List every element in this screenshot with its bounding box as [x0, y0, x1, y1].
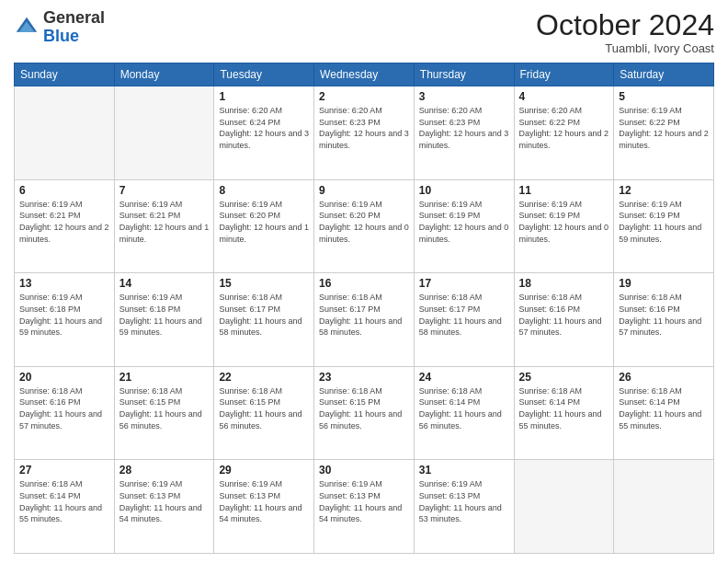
day-info: Sunrise: 6:18 AM Sunset: 6:17 PM Dayligh…: [219, 292, 309, 338]
calendar-cell: 10Sunrise: 6:19 AM Sunset: 6:19 PM Dayli…: [414, 179, 514, 273]
calendar-cell: 22Sunrise: 6:18 AM Sunset: 6:15 PM Dayli…: [214, 366, 314, 460]
week-row: 20Sunrise: 6:18 AM Sunset: 6:16 PM Dayli…: [15, 366, 714, 460]
day-info: Sunrise: 6:18 AM Sunset: 6:15 PM Dayligh…: [319, 385, 409, 431]
day-info: Sunrise: 6:18 AM Sunset: 6:14 PM Dayligh…: [519, 385, 609, 431]
calendar-cell: 2Sunrise: 6:20 AM Sunset: 6:23 PM Daylig…: [314, 86, 415, 180]
calendar-cell: [514, 460, 614, 554]
day-number: 26: [619, 371, 709, 384]
day-number: 27: [19, 464, 109, 477]
day-info: Sunrise: 6:20 AM Sunset: 6:23 PM Dayligh…: [419, 105, 509, 151]
day-number: 18: [519, 277, 609, 290]
calendar-cell: 8Sunrise: 6:19 AM Sunset: 6:20 PM Daylig…: [214, 179, 314, 273]
day-info: Sunrise: 6:18 AM Sunset: 6:15 PM Dayligh…: [219, 385, 309, 431]
day-info: Sunrise: 6:19 AM Sunset: 6:21 PM Dayligh…: [119, 199, 210, 245]
day-number: 11: [519, 184, 609, 197]
day-info: Sunrise: 6:19 AM Sunset: 6:18 PM Dayligh…: [19, 292, 109, 338]
calendar-cell: 18Sunrise: 6:18 AM Sunset: 6:16 PM Dayli…: [514, 273, 614, 367]
weekday-header-cell: Thursday: [414, 63, 514, 86]
day-number: 2: [319, 90, 409, 103]
calendar-table: SundayMondayTuesdayWednesdayThursdayFrid…: [14, 63, 714, 554]
day-info: Sunrise: 6:19 AM Sunset: 6:19 PM Dayligh…: [419, 199, 509, 245]
day-number: 14: [119, 277, 210, 290]
calendar-cell: 16Sunrise: 6:18 AM Sunset: 6:17 PM Dayli…: [314, 273, 415, 367]
day-info: Sunrise: 6:19 AM Sunset: 6:18 PM Dayligh…: [119, 292, 210, 338]
day-number: 12: [619, 184, 709, 197]
calendar-cell: 20Sunrise: 6:18 AM Sunset: 6:16 PM Dayli…: [15, 366, 115, 460]
calendar-cell: 15Sunrise: 6:18 AM Sunset: 6:17 PM Dayli…: [214, 273, 314, 367]
calendar-cell: 14Sunrise: 6:19 AM Sunset: 6:18 PM Dayli…: [114, 273, 214, 367]
day-number: 4: [519, 90, 609, 103]
day-number: 8: [219, 184, 309, 197]
day-info: Sunrise: 6:19 AM Sunset: 6:20 PM Dayligh…: [219, 199, 309, 245]
calendar-cell: 21Sunrise: 6:18 AM Sunset: 6:15 PM Dayli…: [114, 366, 214, 460]
day-info: Sunrise: 6:20 AM Sunset: 6:23 PM Dayligh…: [319, 105, 409, 151]
calendar-cell: 19Sunrise: 6:18 AM Sunset: 6:16 PM Dayli…: [614, 273, 714, 367]
calendar-cell: 1Sunrise: 6:20 AM Sunset: 6:24 PM Daylig…: [214, 86, 314, 180]
logo-text: General Blue: [43, 9, 105, 46]
weekday-header-cell: Saturday: [614, 63, 714, 86]
day-info: Sunrise: 6:18 AM Sunset: 6:14 PM Dayligh…: [419, 385, 509, 431]
calendar-cell: 9Sunrise: 6:19 AM Sunset: 6:20 PM Daylig…: [314, 179, 415, 273]
day-number: 25: [519, 371, 609, 384]
day-info: Sunrise: 6:18 AM Sunset: 6:17 PM Dayligh…: [419, 292, 509, 338]
calendar-header: SundayMondayTuesdayWednesdayThursdayFrid…: [15, 63, 714, 86]
day-number: 22: [219, 371, 309, 384]
page: General Blue October 2024 Tuambli, Ivory…: [0, 0, 728, 563]
day-info: Sunrise: 6:20 AM Sunset: 6:22 PM Dayligh…: [519, 105, 609, 151]
calendar-cell: 31Sunrise: 6:19 AM Sunset: 6:13 PM Dayli…: [414, 460, 514, 554]
day-number: 17: [419, 277, 509, 290]
day-info: Sunrise: 6:18 AM Sunset: 6:17 PM Dayligh…: [319, 292, 409, 338]
day-number: 9: [319, 184, 409, 197]
day-number: 31: [419, 464, 509, 477]
calendar-cell: 11Sunrise: 6:19 AM Sunset: 6:19 PM Dayli…: [514, 179, 614, 273]
day-info: Sunrise: 6:19 AM Sunset: 6:19 PM Dayligh…: [619, 199, 709, 245]
day-number: 16: [319, 277, 409, 290]
day-number: 29: [219, 464, 309, 477]
day-info: Sunrise: 6:19 AM Sunset: 6:21 PM Dayligh…: [19, 199, 109, 245]
logo-icon: [14, 15, 40, 40]
calendar-cell: 13Sunrise: 6:19 AM Sunset: 6:18 PM Dayli…: [15, 273, 115, 367]
calendar-cell: 30Sunrise: 6:19 AM Sunset: 6:13 PM Dayli…: [314, 460, 415, 554]
weekday-header-cell: Tuesday: [214, 63, 314, 86]
day-info: Sunrise: 6:18 AM Sunset: 6:16 PM Dayligh…: [519, 292, 609, 338]
calendar-cell: [15, 86, 115, 180]
calendar-cell: 24Sunrise: 6:18 AM Sunset: 6:14 PM Dayli…: [414, 366, 514, 460]
calendar-cell: 29Sunrise: 6:19 AM Sunset: 6:13 PM Dayli…: [214, 460, 314, 554]
day-number: 7: [119, 184, 210, 197]
weekday-header-row: SundayMondayTuesdayWednesdayThursdayFrid…: [15, 63, 714, 86]
day-number: 3: [419, 90, 509, 103]
calendar-cell: 26Sunrise: 6:18 AM Sunset: 6:14 PM Dayli…: [614, 366, 714, 460]
weekday-header-cell: Wednesday: [314, 63, 415, 86]
calendar-cell: 28Sunrise: 6:19 AM Sunset: 6:13 PM Dayli…: [114, 460, 214, 554]
weekday-header-cell: Monday: [114, 63, 214, 86]
week-row: 13Sunrise: 6:19 AM Sunset: 6:18 PM Dayli…: [15, 273, 714, 367]
day-info: Sunrise: 6:18 AM Sunset: 6:14 PM Dayligh…: [19, 478, 109, 524]
calendar-cell: [614, 460, 714, 554]
calendar-cell: 25Sunrise: 6:18 AM Sunset: 6:14 PM Dayli…: [514, 366, 614, 460]
calendar-cell: 12Sunrise: 6:19 AM Sunset: 6:19 PM Dayli…: [614, 179, 714, 273]
calendar-body: 1Sunrise: 6:20 AM Sunset: 6:24 PM Daylig…: [15, 86, 714, 554]
day-info: Sunrise: 6:20 AM Sunset: 6:24 PM Dayligh…: [219, 105, 309, 151]
day-number: 28: [119, 464, 210, 477]
header: General Blue October 2024 Tuambli, Ivory…: [14, 9, 714, 55]
day-info: Sunrise: 6:18 AM Sunset: 6:14 PM Dayligh…: [619, 385, 709, 431]
day-number: 15: [219, 277, 309, 290]
day-info: Sunrise: 6:18 AM Sunset: 6:15 PM Dayligh…: [119, 385, 210, 431]
day-number: 1: [219, 90, 309, 103]
calendar-cell: 7Sunrise: 6:19 AM Sunset: 6:21 PM Daylig…: [114, 179, 214, 273]
calendar-cell: 23Sunrise: 6:18 AM Sunset: 6:15 PM Dayli…: [314, 366, 415, 460]
calendar-cell: 3Sunrise: 6:20 AM Sunset: 6:23 PM Daylig…: [414, 86, 514, 180]
day-number: 23: [319, 371, 409, 384]
logo: General Blue: [14, 9, 105, 46]
calendar-cell: 27Sunrise: 6:18 AM Sunset: 6:14 PM Dayli…: [15, 460, 115, 554]
day-info: Sunrise: 6:19 AM Sunset: 6:19 PM Dayligh…: [519, 199, 609, 245]
day-info: Sunrise: 6:18 AM Sunset: 6:16 PM Dayligh…: [619, 292, 709, 338]
day-info: Sunrise: 6:19 AM Sunset: 6:13 PM Dayligh…: [319, 478, 409, 524]
day-info: Sunrise: 6:19 AM Sunset: 6:20 PM Dayligh…: [319, 199, 409, 245]
week-row: 1Sunrise: 6:20 AM Sunset: 6:24 PM Daylig…: [15, 86, 714, 180]
day-number: 20: [19, 371, 109, 384]
day-number: 13: [19, 277, 109, 290]
weekday-header-cell: Friday: [514, 63, 614, 86]
week-row: 27Sunrise: 6:18 AM Sunset: 6:14 PM Dayli…: [15, 460, 714, 554]
day-info: Sunrise: 6:18 AM Sunset: 6:16 PM Dayligh…: [19, 385, 109, 431]
